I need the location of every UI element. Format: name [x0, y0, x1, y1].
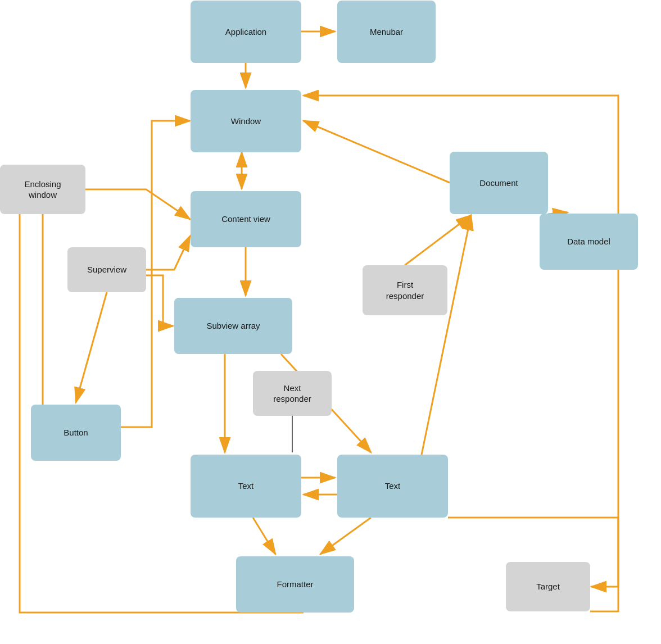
button-label: Button: [64, 427, 88, 438]
application-label: Application: [225, 26, 266, 38]
next-responder-node: Next responder: [253, 371, 332, 416]
first-responder-node: First responder: [363, 265, 447, 315]
formatter-label: Formatter: [277, 579, 313, 590]
enclosing-window-label: Enclosing window: [24, 179, 61, 201]
text-left-label: Text: [238, 480, 254, 492]
target-node: Target: [506, 562, 590, 611]
superview-label: Superview: [87, 264, 126, 275]
first-responder-label: First responder: [386, 279, 424, 301]
subview-array-label: Subview array: [206, 320, 260, 332]
content-view-node: Content view: [191, 191, 301, 247]
svg-line-17: [422, 215, 471, 455]
svg-line-9: [320, 518, 371, 554]
formatter-node: Formatter: [236, 556, 354, 613]
window-node: Window: [191, 90, 301, 152]
next-responder-label: Next responder: [273, 383, 311, 405]
window-label: Window: [231, 116, 261, 127]
menubar-label: Menubar: [370, 26, 403, 38]
text-left-node: Text: [191, 455, 301, 518]
svg-line-13: [76, 292, 107, 402]
button-node: Button: [31, 405, 121, 461]
text-right-label: Text: [385, 480, 401, 492]
subview-array-node: Subview array: [174, 298, 292, 354]
svg-line-14: [304, 121, 450, 183]
enclosing-window-node: Enclosing window: [0, 165, 85, 214]
document-label: Document: [479, 178, 518, 189]
svg-line-8: [253, 518, 275, 554]
text-right-node: Text: [337, 455, 448, 518]
data-model-node: Data model: [540, 214, 638, 270]
application-node: Application: [191, 1, 301, 63]
data-model-label: Data model: [567, 236, 610, 247]
superview-node: Superview: [67, 247, 146, 292]
svg-line-16: [405, 215, 471, 265]
content-view-label: Content view: [221, 214, 270, 225]
target-label: Target: [536, 581, 560, 592]
document-node: Document: [450, 152, 548, 214]
menubar-node: Menubar: [337, 1, 436, 63]
